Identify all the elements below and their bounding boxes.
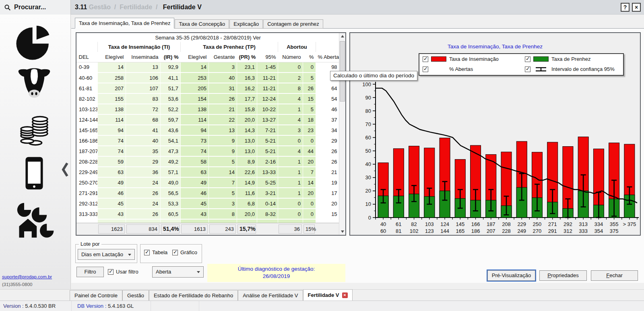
table-cell: 13	[209, 125, 237, 135]
close-tab-icon[interactable]: ×	[342, 292, 348, 298]
column-header: Elegível	[181, 52, 209, 62]
table-row[interactable]: 61-8120710751,72053116,211-2182664	[77, 83, 339, 93]
table-cell: 26	[316, 146, 339, 156]
table-row[interactable]: 103-1231387252,21382115,810-221546	[77, 104, 339, 114]
svg-text:187: 187	[487, 221, 495, 227]
table-cell: 57,1	[161, 167, 181, 177]
svg-text:250: 250	[533, 221, 542, 227]
sidebar: suporte@prodap.com.br (31)3555-0800 www.…	[0, 15, 71, 301]
properties-button[interactable]: Propriedades	[539, 270, 587, 281]
lote-por-select[interactable]: Dias em Lactação	[78, 249, 135, 260]
table-cell: 12-24	[257, 93, 278, 104]
table-scrollbar[interactable]	[339, 33, 345, 235]
table-row[interactable]: 313-333432660,543820,08-320015	[77, 209, 339, 219]
table-cell: 4	[278, 114, 303, 125]
table-row[interactable]: 124-1441146859,71142220,013-2741837	[77, 114, 339, 125]
table-cell: 16,3	[237, 73, 257, 83]
tab-4[interactable]: Contagem de prenhez	[263, 19, 323, 29]
table-row[interactable]: 271-291462656,546511,63-2112017	[77, 188, 339, 198]
table-cell: 24	[126, 177, 161, 188]
table-cell: 20,0	[237, 209, 257, 219]
totals-cell: 243	[208, 223, 237, 235]
table-cell: 59	[98, 156, 126, 167]
table-cell: 155	[98, 93, 126, 104]
table-row[interactable]: 187-207743547,374913,05-2144426	[77, 146, 339, 156]
legend-label: Intervalo de confiança 95%	[551, 66, 615, 72]
scroll-up-icon[interactable]	[339, 33, 346, 39]
search-input[interactable]: Procurar...	[0, 0, 71, 15]
legend-checkbox-icon[interactable]	[525, 56, 530, 62]
totals-row: 162383451,4%161324315,7%3615%	[76, 223, 339, 235]
table-cell: 1	[278, 177, 303, 188]
table-row[interactable]: 334-354331751,53339,40-190014	[77, 219, 339, 223]
support-email-link[interactable]: suporte@prodap.com.br	[2, 274, 52, 279]
cattle-icon[interactable]	[14, 65, 54, 102]
fechar-button[interactable]: Fechar	[591, 270, 638, 281]
table-row[interactable]: 208-228592949,25858,92-1612026	[77, 156, 339, 167]
table-row[interactable]: 292-312452453,34536,80-140020	[77, 198, 339, 209]
footer-tab-3[interactable]: Estado de Fertilidade do Rebanho	[149, 290, 238, 301]
svg-text:80: 80	[365, 108, 371, 114]
table-cell: 103-123	[77, 104, 98, 114]
svg-text:10: 10	[365, 201, 371, 207]
help-button[interactable]: ?	[621, 3, 630, 12]
usar-filtro-checkbox[interactable]: Usar filtro	[108, 269, 138, 275]
svg-text:334: 334	[594, 221, 603, 227]
window-close-button[interactable]: ×	[632, 3, 641, 12]
table-cell: 0-39	[77, 62, 98, 73]
footer-tab-4[interactable]: Análise de Fertilidade V	[238, 290, 303, 301]
tab-2[interactable]: Taxa de Concepção	[175, 19, 229, 29]
grafico-checkbox[interactable]: Gráfico	[172, 249, 197, 255]
totals-cell: 36	[278, 223, 303, 235]
table-cell: 64	[316, 83, 339, 93]
table-row[interactable]: 166-186744054,173913,05-210029	[77, 135, 339, 146]
svg-text:166: 166	[471, 221, 480, 227]
table-cell: 14	[303, 177, 316, 188]
checkbox-checked-icon[interactable]	[144, 250, 150, 255]
table-row[interactable]: 0-39141392,914323,11-450098	[77, 62, 339, 73]
table-row[interactable]: 250-270492449,049714,95-2511419	[77, 177, 339, 188]
status-filter-select[interactable]: Aberta	[152, 266, 204, 278]
scroll-down-icon[interactable]	[339, 228, 346, 235]
table-cell: 45	[181, 198, 209, 209]
svg-text:249: 249	[517, 228, 526, 234]
tabela-checkbox[interactable]: Tabela	[144, 249, 167, 255]
table-row[interactable]: 145-165944143,6941314,37-2132334	[77, 125, 339, 135]
table-row[interactable]: 82-1021558353,61542617,712-2441554	[77, 93, 339, 104]
tab-1[interactable]: Taxa de Inseminação, Taxa de Prenhez	[75, 18, 174, 29]
finance-coins-icon[interactable]	[14, 110, 54, 147]
table-row[interactable]: 229-249633657,1631422,613-331721	[77, 167, 339, 177]
footer-tab-5[interactable]: Fertilidade V×	[303, 289, 353, 301]
column-header: % Abertas	[316, 52, 339, 62]
footer-tab-1[interactable]: Painel de Controle	[70, 290, 122, 301]
filtro-button[interactable]: Filtro	[76, 267, 104, 277]
preview-button[interactable]: Pré-Visualização	[487, 270, 535, 281]
tab-3[interactable]: Explicação	[229, 19, 263, 29]
checkbox-checked-icon[interactable]	[172, 250, 178, 255]
checkbox-checked-icon[interactable]	[108, 269, 114, 275]
table-cell: 29	[316, 135, 339, 146]
collapse-panel-icon[interactable]	[61, 162, 69, 178]
reports-pie-icon[interactable]	[14, 23, 54, 60]
table-cell: 31	[209, 83, 237, 93]
legend-checkbox-icon[interactable]	[525, 66, 530, 72]
table-cell: 60,5	[161, 209, 181, 219]
table-row[interactable]: 40-6025810641,12534016,311-2125	[77, 73, 339, 83]
table-cell: 5	[209, 156, 237, 167]
table-cell: 94	[98, 125, 126, 135]
table-cell: 56,5	[161, 188, 181, 198]
table-cell: 14	[316, 219, 339, 223]
table-cell: 17	[316, 188, 339, 198]
footer-tab-2[interactable]: Gestão	[122, 290, 149, 301]
table-cell: 19	[316, 177, 339, 188]
legend-checkbox-icon[interactable]	[423, 66, 428, 72]
farm-analytics-icon[interactable]	[14, 199, 54, 241]
totals-cells: 162383451,4%161324315,7%3615%	[76, 223, 339, 235]
table-cell: 0	[278, 219, 303, 223]
table-cell: 20,0	[237, 114, 257, 125]
table-cell: 16,2	[237, 83, 257, 93]
svg-text:30: 30	[365, 174, 371, 180]
legend-checkbox-icon[interactable]	[423, 56, 428, 62]
table-cell: 74	[98, 146, 126, 156]
mobile-app-icon[interactable]	[14, 155, 54, 192]
